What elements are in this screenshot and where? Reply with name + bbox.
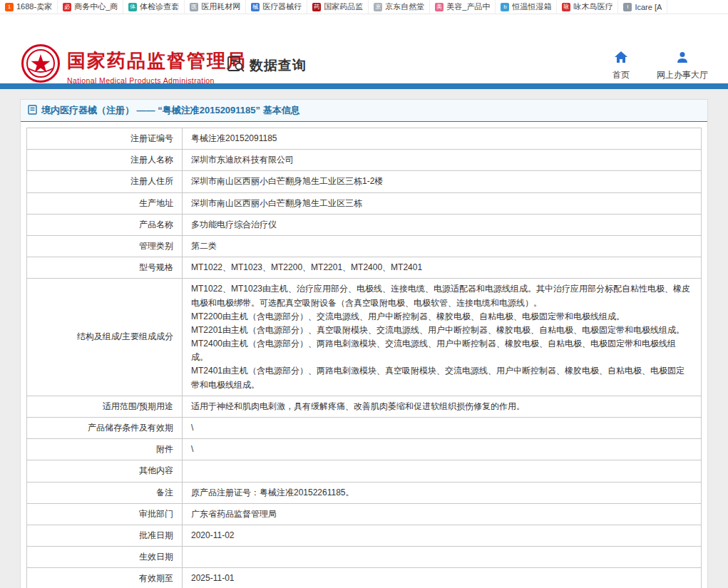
table-row: 管理类别第二类 [27, 235, 702, 257]
bookmark-favicon: 1 [5, 3, 14, 11]
table-row: 结构及组成/主要组成成分MT1022、MT1023由主机、治疗应用部分、电极线、… [27, 279, 702, 396]
site-title-cn: 国家药品监督管理局 [67, 48, 247, 73]
table-row: 产品储存条件及有效期\ [27, 418, 702, 439]
bookmark-favicon: 械 [251, 3, 260, 11]
bookmark-favicon: 体 [128, 3, 137, 11]
row-value: MT1022、MT1023、MT2200、MT2201、MT2400、MT240… [183, 257, 702, 279]
data-query-label: 数据查询 [250, 56, 307, 75]
bookmark-favicon: I [623, 3, 632, 11]
nav-service-hall-label: 网上办事大厅 [657, 69, 708, 81]
bookmark-item[interactable]: IIcare [A [618, 0, 667, 14]
row-value: 2020-11-02 [183, 525, 702, 546]
row-label: 备注 [27, 482, 183, 503]
table-row: 注册证编号粤械注准20152091185 [27, 128, 702, 150]
bookmark-favicon: b [501, 3, 509, 11]
row-label: 附件 [27, 439, 183, 460]
info-table-body: 注册证编号粤械注准20152091185注册人名称深圳市东迪欣科技有限公司注册人… [27, 128, 702, 588]
row-label: 注册人住所 [27, 171, 183, 192]
table-row: 附件\ [27, 439, 702, 460]
table-row: 型号规格MT1022、MT1023、MT2200、MT2201、MT2400、M… [27, 257, 702, 279]
site-title-en: National Medical Products Administration [67, 76, 247, 85]
table-row: 注册人住所深圳市南山区西丽小白芒翻身旭生工业区三栋1-2楼 [27, 171, 702, 192]
row-label: 其他内容 [27, 460, 183, 482]
row-label: 生效日期 [27, 547, 183, 568]
table-row: 其他内容 [27, 460, 702, 482]
bookmark-label: 商务中心_商 [74, 1, 118, 12]
row-value [183, 547, 702, 568]
data-query-icon [227, 56, 245, 76]
content-area: 境内医疗器械（注册） —— “粤械注准20152091185” 基本信息 注册证… [0, 89, 728, 588]
table-row: 备注原产品注册证号：粤械注准20152261185。 [27, 482, 702, 503]
row-value: \ [183, 439, 702, 460]
table-row: 有效期至2025-11-01 [27, 568, 702, 588]
row-value: 原产品注册证号：粤械注准20152261185。 [183, 482, 702, 503]
table-row: 适用范围/预期用途适用于神经和肌肉电刺激，具有缓解疼痛、改善肌肉萎缩和促进软组织… [27, 396, 702, 417]
nav-home-label: 首页 [612, 69, 630, 81]
header-nav: 首页 网上办事大厅 [612, 51, 708, 81]
bookmark-item[interactable]: 械医疗器械行 [246, 0, 307, 14]
site-title-block: 国家药品监督管理局 National Medical Products Admi… [67, 48, 247, 85]
bookmark-favicon: 必 [63, 3, 71, 11]
bookmark-label: 体检诊查套 [140, 1, 179, 12]
row-value: MT1022、MT1023由主机、治疗应用部分、电极线、连接电缆、电源适配器和电… [183, 279, 702, 396]
row-value: 2025-11-01 [183, 568, 702, 588]
info-panel: 境内医疗器械（注册） —— “粤械注准20152091185” 基本信息 注册证… [20, 99, 708, 588]
bookmark-favicon: 咏 [562, 3, 570, 11]
bookmark-label: Icare [A [635, 3, 662, 11]
page-title: 境内医疗器械（注册） —— “粤械注准20152091185” 基本信息 [41, 104, 300, 117]
row-value: 深圳市南山区西丽小白芒翻身旭生工业区三栋1-2楼 [183, 171, 702, 192]
row-label: 管理类别 [27, 235, 183, 257]
user-icon [677, 51, 688, 66]
bookmark-label: 咏木鸟医疗 [573, 1, 612, 12]
panel-title-bar: 境内医疗器械（注册） —— “粤械注准20152091185” 基本信息 [21, 100, 707, 122]
bookmark-label: 恒温恒湿箱 [512, 1, 551, 12]
row-label: 批准日期 [27, 525, 183, 546]
row-label: 审批部门 [27, 503, 183, 525]
bookmark-item[interactable]: b恒温恒湿箱 [496, 0, 557, 14]
bookmark-item[interactable]: 药国家药品监 [307, 0, 369, 14]
row-value: 适用于神经和肌肉电刺激，具有缓解疼痛、改善肌肉萎缩和促进软组织损伤修复的作用。 [183, 396, 702, 417]
bookmark-favicon: 京 [374, 3, 382, 11]
row-value: 广东省药品监督管理局 [183, 503, 702, 525]
row-label: 适用范围/预期用途 [27, 396, 183, 417]
row-label: 型号规格 [27, 257, 183, 279]
table-row: 产品名称多功能电疗综合治疗仪 [27, 214, 702, 235]
table-row: 批准日期2020-11-02 [27, 525, 702, 546]
row-value: 第二类 [183, 235, 702, 257]
bookmark-item[interactable]: 必商务中心_商 [58, 0, 123, 14]
row-label: 结构及组成/主要组成成分 [27, 279, 183, 396]
data-query-tab[interactable]: 数据查询 [227, 56, 307, 76]
row-label: 注册证编号 [27, 128, 183, 150]
bookmark-item[interactable]: 咏咏木鸟医疗 [557, 0, 618, 14]
bookmark-favicon: 美 [435, 3, 444, 11]
bookmark-favicon: 医 [190, 3, 198, 11]
bookmark-item[interactable]: 京京东自然堂 [369, 0, 430, 14]
bookmark-item[interactable]: 体体检诊查套 [123, 0, 185, 14]
row-value: 多功能电疗综合治疗仪 [183, 214, 702, 235]
document-icon [28, 105, 37, 117]
row-label: 注册人名称 [27, 150, 183, 171]
row-value: 深圳市东迪欣科技有限公司 [183, 150, 702, 171]
site-header: 国家药品监督管理局 National Medical Products Admi… [0, 14, 728, 83]
bookmarks-bar: 11688-卖家必商务中心_商体体检诊查套医医用耗材网械医疗器械行药国家药品监京… [0, 0, 728, 14]
row-value: \ [183, 418, 702, 439]
row-value [183, 460, 702, 482]
table-wrap: 注册证编号粤械注准20152091185注册人名称深圳市东迪欣科技有限公司注册人… [21, 122, 707, 588]
nav-service-hall[interactable]: 网上办事大厅 [657, 51, 708, 81]
bookmark-favicon: 药 [312, 3, 321, 11]
bookmark-item[interactable]: 美美容_产品中 [430, 0, 496, 14]
nav-home[interactable]: 首页 [612, 51, 630, 81]
row-value: 粤械注准20152091185 [183, 128, 702, 150]
bookmark-label: 1688-卖家 [16, 1, 52, 12]
row-label: 产品储存条件及有效期 [27, 418, 183, 439]
row-label: 产品名称 [27, 214, 183, 235]
table-row: 审批部门广东省药品监督管理局 [27, 503, 702, 525]
bookmark-item[interactable]: 医医用耗材网 [185, 0, 246, 14]
bookmark-label: 医疗器械行 [262, 1, 302, 12]
row-label: 生产地址 [27, 192, 183, 214]
info-table: 注册证编号粤械注准20152091185注册人名称深圳市东迪欣科技有限公司注册人… [26, 128, 702, 588]
bookmark-item[interactable]: 11688-卖家 [0, 0, 58, 14]
row-value: 深圳市南山区西丽小白芒翻身旭生工业区三栋 [183, 192, 702, 214]
row-label: 有效期至 [27, 568, 183, 588]
table-row: 生效日期 [27, 547, 702, 568]
